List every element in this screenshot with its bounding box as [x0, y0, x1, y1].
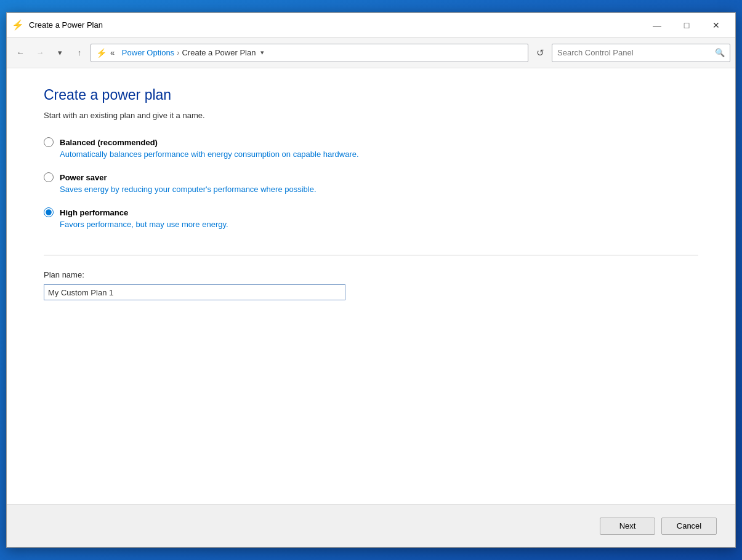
- search-input[interactable]: [557, 48, 715, 57]
- path-space: [117, 48, 119, 57]
- footer: Next Cancel: [7, 504, 735, 547]
- plan-option-powersaver: Power saver Saves energy by reducing you…: [44, 172, 698, 194]
- plan-name-input[interactable]: [44, 284, 345, 300]
- powersaver-label[interactable]: Power saver: [44, 172, 698, 182]
- highperf-label[interactable]: High performance: [44, 207, 698, 217]
- window-controls: — □ ✕: [643, 15, 730, 35]
- plan-option-balanced: Balanced (recommended) Automatically bal…: [44, 137, 698, 159]
- address-path: ⚡ « Power Options › Create a Power Plan …: [91, 44, 528, 62]
- minimize-button[interactable]: —: [643, 15, 671, 35]
- page-subtitle: Start with an existing plan and give it …: [44, 111, 698, 120]
- next-button[interactable]: Next: [600, 518, 655, 535]
- back-icon: ←: [17, 48, 25, 57]
- powersaver-name: Power saver: [60, 173, 107, 182]
- powersaver-radio[interactable]: [44, 172, 54, 182]
- title-bar: ⚡ Create a Power Plan — □ ✕: [7, 13, 735, 38]
- page-title: Create a power plan: [44, 87, 698, 103]
- cancel-button[interactable]: Cancel: [661, 518, 717, 535]
- up-icon: ↑: [78, 48, 82, 57]
- section-divider: [44, 255, 698, 255]
- highperf-radio[interactable]: [44, 207, 54, 217]
- dropdown-button[interactable]: ▾: [51, 44, 68, 62]
- maximize-button[interactable]: □: [672, 15, 701, 35]
- forward-button[interactable]: →: [31, 44, 49, 62]
- close-button[interactable]: ✕: [702, 15, 730, 35]
- refresh-icon: ↺: [536, 47, 544, 58]
- breadcrumb-sep: ›: [177, 48, 179, 57]
- main-window: ⚡ Create a Power Plan — □ ✕ ← → ▾ ↑ ⚡ « …: [6, 12, 736, 548]
- balanced-name: Balanced (recommended): [60, 138, 158, 147]
- balanced-radio[interactable]: [44, 137, 54, 147]
- search-icon[interactable]: 🔍: [715, 48, 725, 57]
- up-button[interactable]: ↑: [71, 44, 88, 62]
- address-bar: ← → ▾ ↑ ⚡ « Power Options › Create a Pow…: [7, 38, 735, 68]
- path-dropdown-button[interactable]: ▾: [260, 49, 264, 57]
- plan-option-highperf: High performance Favors performance, but…: [44, 207, 698, 229]
- highperf-desc: Favors performance, but may use more ene…: [60, 220, 698, 229]
- balanced-label[interactable]: Balanced (recommended): [44, 137, 698, 147]
- highperf-name: High performance: [60, 208, 128, 217]
- balanced-desc: Automatically balances performance with …: [60, 150, 698, 159]
- window-icon: ⚡: [12, 19, 24, 31]
- powersaver-desc: Saves energy by reducing your computer's…: [60, 185, 698, 194]
- window-title: Create a Power Plan: [29, 20, 643, 30]
- main-content: Create a power plan Start with an existi…: [7, 68, 735, 504]
- search-box: 🔍: [552, 44, 730, 62]
- back-button[interactable]: ←: [12, 44, 29, 62]
- breadcrumb-current: Create a Power Plan: [182, 48, 256, 57]
- path-icon: ⚡: [96, 48, 107, 58]
- breadcrumb-root[interactable]: Power Options: [122, 48, 174, 57]
- refresh-button[interactable]: ↺: [531, 44, 549, 62]
- forward-icon: →: [36, 48, 44, 57]
- plan-name-label: Plan name:: [44, 270, 698, 279]
- breadcrumb-prefix: «: [110, 48, 115, 57]
- dropdown-icon: ▾: [58, 48, 62, 57]
